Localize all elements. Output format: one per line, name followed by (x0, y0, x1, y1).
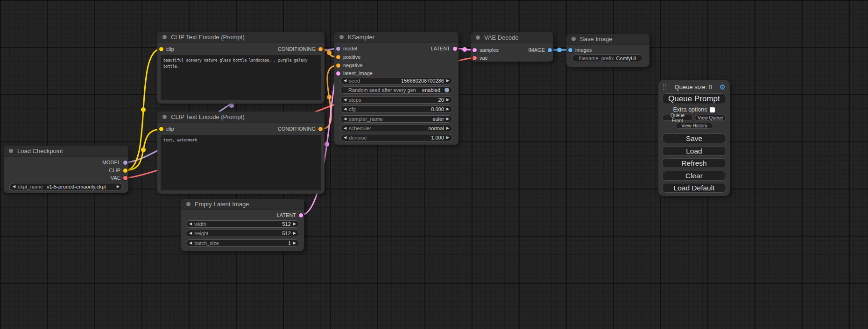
widget-seed[interactable]: ◀ seed 156680208700286 ▶ (340, 77, 452, 84)
input-slot-negative[interactable]: negative (336, 62, 363, 69)
slot-dot-vae[interactable] (473, 56, 477, 60)
node-save-image[interactable]: Save Image images filename_prefix ComfyU… (566, 34, 649, 67)
decrement-arrow-icon[interactable]: ◀ (189, 241, 192, 245)
collapse-dot-icon[interactable] (186, 202, 191, 206)
collapse-dot-icon[interactable] (162, 35, 167, 39)
slot-dot-conditioning[interactable] (318, 127, 323, 131)
slot-dot-conditioning[interactable] (336, 63, 340, 68)
decrement-arrow-icon[interactable]: ◀ (189, 231, 192, 235)
widget-filename-prefix[interactable]: filename_prefix ComfyUI (572, 54, 643, 62)
input-slot-vae[interactable]: vae (473, 55, 488, 61)
increment-arrow-icon[interactable]: ▶ (446, 117, 449, 121)
collapse-dot-icon[interactable] (162, 115, 167, 119)
load-button[interactable]: Load (662, 146, 726, 156)
decrement-arrow-icon[interactable]: ◀ (344, 126, 346, 130)
collapse-dot-icon[interactable] (339, 35, 344, 39)
slot-dot-clip[interactable] (159, 127, 163, 131)
input-slot-samples[interactable]: samples (473, 47, 499, 53)
increment-arrow-icon[interactable]: ▶ (446, 79, 449, 83)
output-slot-latent[interactable]: LATENT (277, 212, 303, 218)
refresh-button[interactable]: Refresh (662, 158, 726, 168)
node-title-bar[interactable]: Load Checkpoint (4, 146, 128, 157)
output-slot-model[interactable]: MODEL (102, 159, 127, 166)
decrement-arrow-icon[interactable]: ◀ (344, 107, 346, 111)
widget-height[interactable]: ◀ height 512 ▶ (186, 230, 299, 237)
prompt-textarea-negative[interactable]: text, watermark (161, 135, 321, 190)
decrement-arrow-icon[interactable]: ◀ (344, 136, 346, 140)
node-title-bar[interactable]: Empty Latent Image (181, 199, 304, 210)
slot-dot-image[interactable] (548, 48, 552, 52)
slot-dot-clip[interactable] (123, 168, 127, 173)
input-slot-clip[interactable]: clip (159, 46, 174, 52)
slot-dot-conditioning[interactable] (336, 55, 340, 59)
view-history-button[interactable]: View History (676, 123, 713, 129)
clear-button[interactable]: Clear (662, 171, 726, 181)
slot-dot-latent[interactable] (473, 48, 477, 52)
collapse-dot-icon[interactable] (476, 35, 480, 40)
slot-dot-model[interactable] (336, 47, 340, 51)
toggle-enabled-icon[interactable] (445, 88, 449, 92)
node-title-bar[interactable]: Save Image (566, 34, 649, 45)
slot-dot-latent[interactable] (336, 71, 340, 76)
decrement-arrow-icon[interactable]: ◀ (13, 185, 15, 189)
node-clip-text-encode-negative[interactable]: CLIP Text Encode (Prompt) clip CONDITION… (157, 112, 325, 194)
output-slot-conditioning[interactable]: CONDITIONING (278, 46, 323, 52)
settings-gear-icon[interactable]: ⚙ (720, 84, 726, 91)
slot-dot-latent[interactable] (299, 213, 303, 217)
decrement-arrow-icon[interactable]: ◀ (189, 222, 192, 226)
node-clip-text-encode-positive[interactable]: CLIP Text Encode (Prompt) clip CONDITION… (157, 32, 325, 104)
increment-arrow-icon[interactable]: ▶ (293, 231, 296, 235)
slot-dot-clip[interactable] (159, 47, 163, 51)
node-empty-latent-image[interactable]: Empty Latent Image LATENT ◀ width 512 ▶ … (181, 199, 304, 251)
increment-arrow-icon[interactable]: ▶ (446, 98, 449, 102)
collapse-dot-icon[interactable] (9, 149, 13, 153)
node-title-bar[interactable]: KSampler (334, 32, 459, 43)
decrement-arrow-icon[interactable]: ◀ (344, 98, 346, 102)
widget-denoise[interactable]: ◀ denoise 1.000 ▶ (340, 134, 452, 141)
output-slot-conditioning[interactable]: CONDITIONING (278, 126, 323, 132)
node-title-bar[interactable]: CLIP Text Encode (Prompt) (157, 112, 325, 123)
input-slot-clip[interactable]: clip (159, 126, 174, 132)
slot-dot-model[interactable] (123, 161, 127, 165)
increment-arrow-icon[interactable]: ▶ (446, 126, 449, 130)
load-default-button[interactable]: Load Default (662, 183, 726, 193)
drag-handle-icon[interactable] (663, 84, 667, 90)
output-slot-image[interactable]: IMAGE (529, 47, 552, 53)
prompt-textarea-positive[interactable]: beautiful scenery nature glass bottle la… (161, 55, 321, 100)
increment-arrow-icon[interactable]: ▶ (446, 136, 449, 140)
increment-arrow-icon[interactable]: ▶ (117, 185, 120, 189)
collapse-dot-icon[interactable] (572, 37, 576, 41)
slot-dot-latent[interactable] (453, 47, 457, 51)
queue-front-button[interactable]: Queue Front (662, 115, 693, 121)
output-slot-clip[interactable]: CLIP (109, 167, 127, 174)
output-slot-vae[interactable]: VAE (111, 175, 127, 181)
node-title-bar[interactable]: CLIP Text Encode (Prompt) (157, 32, 325, 43)
input-slot-latent-image[interactable]: latent_image (336, 70, 373, 77)
input-slot-model[interactable]: model (336, 45, 357, 52)
save-button[interactable]: Save (662, 133, 726, 143)
extra-options-checkbox[interactable] (710, 107, 715, 112)
view-queue-button[interactable]: View Queue (695, 115, 726, 121)
node-load-checkpoint[interactable]: Load Checkpoint MODEL CLIP VAE ◀ ckpt_na… (4, 146, 128, 193)
widget-scheduler[interactable]: ◀ scheduler normal ▶ (340, 125, 452, 132)
output-slot-latent[interactable]: LATENT (431, 45, 457, 52)
widget-random-seed-toggle[interactable]: Random seed after every gen enabled (340, 86, 452, 94)
input-slot-positive[interactable]: positive (336, 54, 360, 60)
widget-steps[interactable]: ◀ steps 20 ▶ (340, 96, 452, 104)
increment-arrow-icon[interactable]: ▶ (446, 107, 449, 111)
slot-dot-conditioning[interactable] (318, 47, 323, 51)
node-title-bar[interactable]: VAE Decode (471, 32, 553, 43)
node-ksampler[interactable]: KSampler model positive negative latent_… (334, 32, 459, 145)
widget-ckpt-name[interactable]: ◀ ckpt_name v1-5-pruned-emaonly.ckpt ▶ (9, 183, 123, 190)
decrement-arrow-icon[interactable]: ◀ (344, 79, 346, 83)
increment-arrow-icon[interactable]: ▶ (293, 241, 296, 245)
widget-width[interactable]: ◀ width 512 ▶ (186, 220, 299, 228)
queue-prompt-button[interactable]: Queue Prompt (662, 93, 726, 104)
decrement-arrow-icon[interactable]: ◀ (344, 117, 346, 121)
node-vae-decode[interactable]: VAE Decode samples vae IMAGE (471, 32, 553, 62)
slot-dot-vae[interactable] (123, 176, 127, 180)
widget-cfg[interactable]: ◀ cfg 8.000 ▶ (340, 105, 452, 113)
input-slot-images[interactable]: images (568, 47, 592, 53)
widget-batch-size[interactable]: ◀ batch_size 1 ▶ (186, 239, 299, 247)
increment-arrow-icon[interactable]: ▶ (293, 222, 296, 226)
